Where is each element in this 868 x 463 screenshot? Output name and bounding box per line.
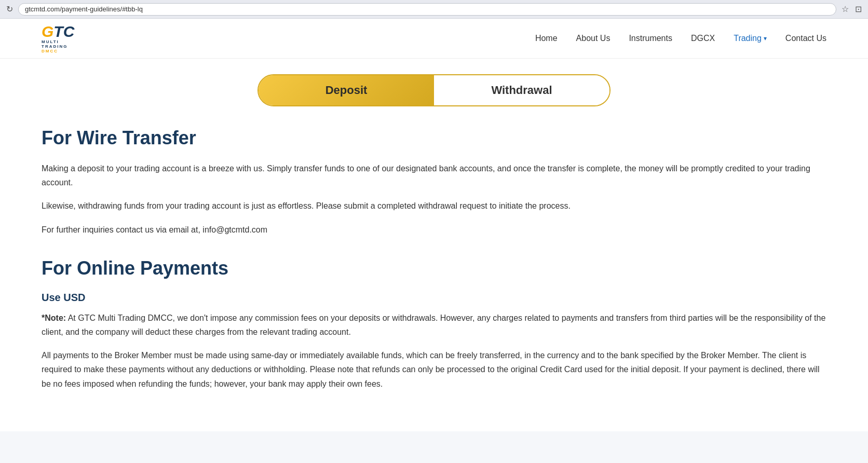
nav-item-instruments[interactable]: Instruments — [629, 34, 672, 43]
nav-links: Home About Us Instruments DGCX Trading ▾… — [535, 34, 826, 43]
nav-link-home[interactable]: Home — [535, 34, 558, 43]
nav-link-dgcx[interactable]: DGCX — [691, 34, 715, 43]
nav-link-about[interactable]: About Us — [576, 34, 611, 43]
online-payments-para1: All payments to the Broker Member must b… — [42, 348, 826, 391]
contact-prefix: For further inquiries contact us via ema… — [42, 225, 202, 234]
browser-actions: ☆ ⊡ — [842, 4, 862, 14]
url-text: gtcmtd.com/payment-guidelines/#tbb-lq — [25, 5, 143, 13]
logo: GTC MULTI TRADING DMCC — [42, 24, 83, 53]
chevron-down-icon: ▾ — [764, 35, 767, 42]
nav-link-trading[interactable]: Trading ▾ — [734, 34, 767, 43]
wire-transfer-contact: For further inquiries contact us via ema… — [42, 223, 826, 237]
note-label: *Note: — [42, 314, 66, 322]
nav-item-about[interactable]: About Us — [576, 34, 611, 43]
wire-transfer-section: For Wire Transfer Making a deposit to yo… — [42, 127, 826, 237]
nav-item-home[interactable]: Home — [535, 34, 558, 43]
logo-tc: TC — [53, 23, 74, 40]
nav-link-contact[interactable]: Contact Us — [785, 34, 826, 43]
contact-email[interactable]: info@gtcmtd.com — [202, 225, 267, 234]
nav-link-instruments[interactable]: Instruments — [629, 34, 672, 43]
nav-item-trading[interactable]: Trading ▾ — [734, 34, 767, 43]
logo-subtitle: MULTI TRADING — [42, 39, 83, 49]
navbar: GTC MULTI TRADING DMCC Home About Us Ins… — [0, 19, 868, 59]
nav-item-dgcx[interactable]: DGCX — [691, 34, 715, 43]
withdrawal-tab[interactable]: Withdrawal — [434, 75, 609, 105]
note-content: At GTC Multi Trading DMCC, we don't impo… — [42, 314, 825, 336]
tab-container: Deposit Withdrawal — [42, 59, 826, 127]
trading-label: Trading — [734, 34, 762, 43]
logo-dmcc: DMCC — [42, 49, 83, 53]
note-paragraph: *Note: At GTC Multi Trading DMCC, we don… — [42, 311, 826, 339]
address-bar[interactable]: gtcmtd.com/payment-guidelines/#tbb-lq — [18, 3, 836, 16]
online-payments-section: For Online Payments Use USD *Note: At GT… — [42, 257, 826, 391]
logo-main: GTC — [42, 24, 83, 39]
nav-item-contact[interactable]: Contact Us — [785, 34, 826, 43]
use-usd-subtitle: Use USD — [42, 292, 826, 304]
star-icon[interactable]: ☆ — [842, 4, 849, 14]
logo-area: GTC MULTI TRADING DMCC — [42, 24, 83, 53]
browser-chrome: ↻ gtcmtd.com/payment-guidelines/#tbb-lq … — [0, 0, 868, 19]
wire-transfer-para1: Making a deposit to your trading account… — [42, 161, 826, 189]
tab-buttons: Deposit Withdrawal — [257, 74, 611, 106]
online-payments-title: For Online Payments — [42, 257, 826, 279]
deposit-tab[interactable]: Deposit — [259, 75, 434, 105]
main-content: Deposit Withdrawal For Wire Transfer Mak… — [0, 59, 868, 431]
page-wrapper: WikiFX WikiFX WikiFX WikiFX WikiFX WikiF… — [0, 19, 868, 431]
logo-g: G — [42, 23, 53, 40]
reload-icon[interactable]: ↻ — [6, 4, 13, 14]
wire-transfer-title: For Wire Transfer — [42, 127, 826, 149]
sidebar-icon[interactable]: ⊡ — [855, 4, 862, 14]
wire-transfer-para2: Likewise, withdrawing funds from your tr… — [42, 199, 826, 213]
